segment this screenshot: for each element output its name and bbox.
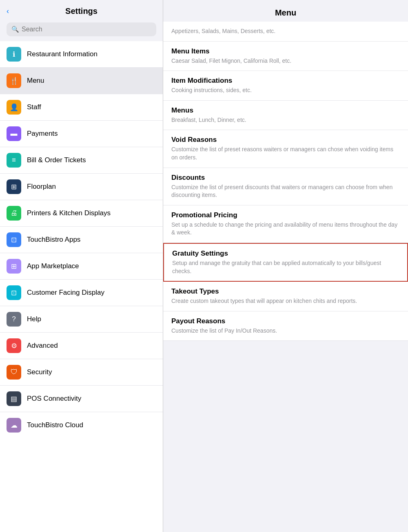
section-desc-menu-categories: Appetizers, Salads, Mains, Desserts, etc… — [171, 27, 400, 35]
payments-icon: ▬ — [7, 126, 21, 141]
printers-kitchen-displays-label: Printers & Kitchen Displays — [27, 209, 111, 217]
sidebar-item-menu[interactable]: 🍴Menu — [0, 68, 163, 94]
sidebar-item-printers-kitchen-displays[interactable]: 🖨Printers & Kitchen Displays — [0, 200, 163, 227]
staff-label: Staff — [27, 103, 41, 111]
customer-facing-display-label: Customer Facing Display — [27, 289, 104, 297]
section-title-menus: Menus — [171, 106, 400, 115]
sidebar-item-help[interactable]: ?Help — [0, 306, 163, 333]
menu-icon: 🍴 — [7, 73, 21, 88]
section-item-modifications[interactable]: Item ModificationsCooking instructions, … — [163, 71, 408, 101]
sidebar-item-bill-order-tickets[interactable]: ≡Bill & Order Tickets — [0, 147, 163, 174]
section-gratuity-settings[interactable]: Gratuity SettingsSetup and manage the gr… — [163, 243, 408, 282]
restaurant-information-label: Restaurant Information — [27, 50, 98, 58]
pos-connectivity-label: POS Connectivity — [27, 395, 81, 403]
sidebar-item-restaurant-information[interactable]: ℹRestaurant Information — [0, 41, 163, 68]
staff-icon: 👤 — [7, 100, 21, 115]
advanced-icon: ⚙ — [7, 338, 21, 353]
section-takeout-types[interactable]: Takeout TypesCreate custom takeout types… — [163, 282, 408, 311]
sidebar-item-touchbistro-cloud[interactable]: ☁TouchBistro Cloud — [0, 412, 163, 438]
section-title-takeout-types: Takeout Types — [171, 287, 400, 296]
bill-order-tickets-label: Bill & Order Tickets — [27, 156, 86, 164]
advanced-label: Advanced — [27, 342, 58, 350]
section-discounts[interactable]: DiscountsCustomize the list of present d… — [163, 168, 408, 205]
content-header: Menu — [163, 0, 408, 22]
section-desc-payout-reasons: Customize the list of Pay In/Out Reasons… — [171, 327, 400, 335]
section-title-discounts: Discounts — [171, 174, 400, 182]
floorplan-label: Floorplan — [27, 183, 56, 191]
back-icon: ‹ — [7, 7, 9, 15]
sidebar-item-payments[interactable]: ▬Payments — [0, 121, 163, 147]
sidebar: ‹ Settings 🔍 ℹRestaurant Information🍴Men… — [0, 0, 163, 532]
section-title-payout-reasons: Payout Reasons — [171, 317, 400, 325]
section-title-item-modifications: Item Modifications — [171, 77, 400, 85]
printers-kitchen-displays-icon: 🖨 — [7, 206, 21, 221]
help-icon: ? — [7, 312, 21, 327]
touchbistro-apps-label: TouchBistro Apps — [27, 236, 80, 244]
section-title-gratuity-settings: Gratuity Settings — [172, 249, 399, 258]
section-desc-takeout-types: Create custom takeout types that will ap… — [171, 297, 400, 305]
touchbistro-cloud-label: TouchBistro Cloud — [27, 421, 83, 429]
touchbistro-apps-icon: ⊡ — [7, 232, 21, 247]
menu-label: Menu — [27, 77, 44, 85]
restaurant-information-icon: ℹ — [7, 47, 21, 62]
section-menu-categories[interactable]: Appetizers, Salads, Mains, Desserts, etc… — [163, 22, 408, 42]
section-menu-items[interactable]: Menu ItemsCaesar Salad, Filet Mignon, Ca… — [163, 42, 408, 71]
back-button[interactable]: ‹ — [7, 7, 9, 15]
section-desc-promotional-pricing: Set up a schedule to change the pricing … — [171, 221, 400, 237]
section-promotional-pricing[interactable]: Promotional PricingSet up a schedule to … — [163, 205, 408, 243]
sidebar-item-advanced[interactable]: ⚙Advanced — [0, 333, 163, 359]
search-bar[interactable]: 🔍 — [7, 22, 156, 36]
bill-order-tickets-icon: ≡ — [7, 153, 21, 168]
touchbistro-cloud-icon: ☁ — [7, 418, 21, 433]
security-label: Security — [27, 368, 52, 376]
pos-connectivity-icon: ▤ — [7, 391, 21, 406]
section-title-void-reasons: Void Reasons — [171, 136, 400, 144]
sidebar-header: ‹ Settings — [0, 0, 163, 19]
sidebar-item-touchbistro-apps[interactable]: ⊡TouchBistro Apps — [0, 227, 163, 253]
sidebar-item-pos-connectivity[interactable]: ▤POS Connectivity — [0, 386, 163, 412]
help-label: Help — [27, 315, 41, 323]
search-icon: 🔍 — [11, 26, 19, 33]
section-desc-menu-items: Caesar Salad, Filet Mignon, California R… — [171, 57, 400, 65]
security-icon: 🛡 — [7, 365, 21, 380]
sidebar-list: ℹRestaurant Information🍴Menu👤Staff▬Payme… — [0, 41, 163, 532]
search-input[interactable] — [22, 26, 151, 33]
section-desc-item-modifications: Cooking instructions, sides, etc. — [171, 86, 400, 95]
section-title-menu-items: Menu Items — [171, 47, 400, 55]
sidebar-item-customer-facing-display[interactable]: ⊡Customer Facing Display — [0, 280, 163, 306]
floorplan-icon: ⊞ — [7, 179, 21, 194]
customer-facing-display-icon: ⊡ — [7, 285, 21, 300]
sidebar-item-staff[interactable]: 👤Staff — [0, 94, 163, 121]
sidebar-item-app-marketplace[interactable]: ⊞App Marketplace — [0, 253, 163, 280]
section-void-reasons[interactable]: Void ReasonsCustomize the list of preset… — [163, 130, 408, 168]
sidebar-item-security[interactable]: 🛡Security — [0, 359, 163, 386]
sidebar-item-floorplan[interactable]: ⊞Floorplan — [0, 174, 163, 200]
section-menus[interactable]: MenusBreakfast, Lunch, Dinner, etc. — [163, 101, 408, 130]
section-title-promotional-pricing: Promotional Pricing — [171, 211, 400, 219]
section-desc-menus: Breakfast, Lunch, Dinner, etc. — [171, 116, 400, 124]
sidebar-title: Settings — [8, 7, 155, 16]
payments-label: Payments — [27, 130, 58, 138]
section-payout-reasons[interactable]: Payout ReasonsCustomize the list of Pay … — [163, 311, 408, 341]
app-marketplace-icon: ⊞ — [7, 259, 21, 274]
section-desc-discounts: Customize the list of present discounts … — [171, 183, 400, 199]
app-marketplace-label: App Marketplace — [27, 262, 79, 270]
content-panel: Menu Appetizers, Salads, Mains, Desserts… — [163, 0, 408, 532]
content-list: Appetizers, Salads, Mains, Desserts, etc… — [163, 22, 408, 341]
section-desc-void-reasons: Customize the list of preset reasons wai… — [171, 146, 400, 161]
section-desc-gratuity-settings: Setup and manage the gratuity that can b… — [172, 259, 399, 275]
